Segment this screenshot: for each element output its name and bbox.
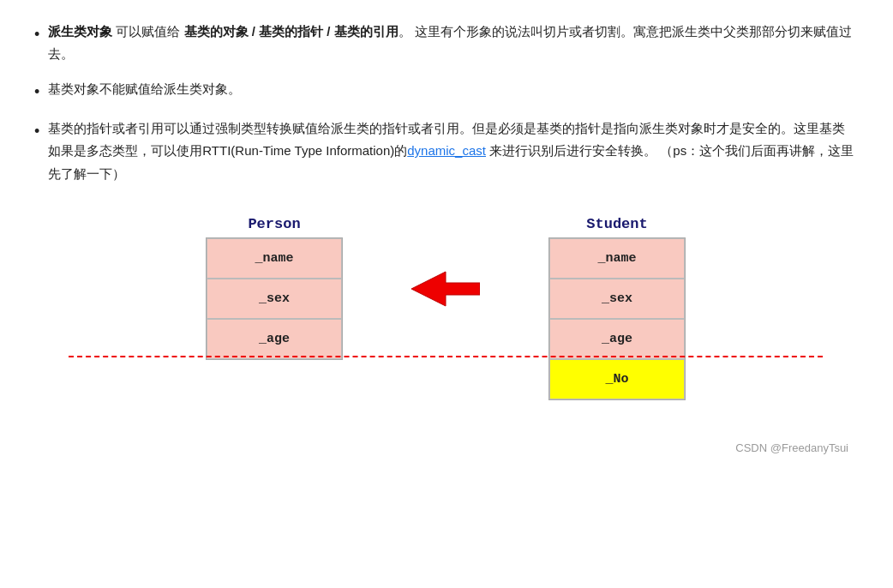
person-column: Person _name _sex _age — [206, 216, 343, 360]
footer-text: CSDN @FreedanyTsui — [735, 441, 848, 454]
dashed-red-line — [69, 356, 823, 357]
bullet1-text-bold-mid: 可以赋值给 基类的对象 / 基类的指针 / 基类的引用。 — [116, 24, 411, 39]
student-cell-no: _No — [549, 359, 685, 399]
bullet-list: • 派生类对象 可以赋值给 基类的对象 / 基类的指针 / 基类的引用。 这里有… — [34, 21, 857, 185]
person-cell-name: _name — [207, 238, 342, 279]
bullet-text-1: 派生类对象 可以赋值给 基类的对象 / 基类的指针 / 基类的引用。 这里有个形… — [48, 21, 857, 66]
bullet-item-2: • 基类对象不能赋值给派生类对象。 — [34, 78, 857, 106]
student-cell-age: _age — [549, 319, 685, 359]
student-cell-name: _name — [549, 238, 685, 279]
diagram-wrapper: Person _name _sex _age Student _name — [34, 216, 857, 426]
person-box: _name _sex _age — [206, 237, 343, 360]
person-cell-age: _age — [207, 319, 342, 359]
bullet-item-1: • 派生类对象 可以赋值给 基类的对象 / 基类的指针 / 基类的引用。 这里有… — [34, 21, 857, 66]
bullet-text-3: 基类的指针或者引用可以通过强制类型转换赋值给派生类的指针或者引用。但是必须是基类… — [48, 117, 857, 185]
arrow-column — [394, 267, 497, 310]
person-title: Person — [248, 216, 300, 232]
diagram-columns: Person _name _sex _age Student _name — [34, 216, 857, 400]
red-arrow-icon — [411, 267, 480, 310]
svg-marker-0 — [411, 272, 480, 306]
bullet-icon-1: • — [34, 21, 39, 49]
bullet-item-3: • 基类的指针或者引用可以通过强制类型转换赋值给派生类的指针或者引用。但是必须是… — [34, 117, 857, 185]
person-cell-sex: _sex — [207, 279, 342, 319]
content-area: • 派生类对象 可以赋值给 基类的对象 / 基类的指针 / 基类的引用。 这里有… — [34, 21, 857, 454]
student-cell-sex: _sex — [549, 279, 685, 319]
student-title: Student — [586, 216, 647, 232]
bullet-icon-3: • — [34, 118, 39, 146]
bullet-text-2: 基类对象不能赋值给派生类对象。 — [48, 78, 241, 100]
student-box: _name _sex _age _No — [548, 237, 686, 400]
footer-note: CSDN @FreedanyTsui — [34, 441, 857, 454]
student-column: Student _name _sex _age _No — [548, 216, 686, 400]
dynamic-cast-link[interactable]: dynamic_cast — [407, 143, 486, 158]
bullet1-bold-start: 派生类对象 — [48, 24, 112, 39]
bullet-icon-2: • — [34, 79, 39, 106]
